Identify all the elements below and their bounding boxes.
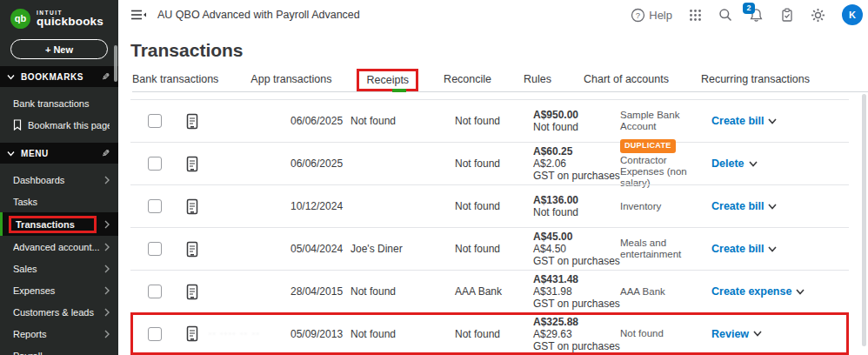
- chevron-right-icon: [104, 243, 110, 251]
- table-row: 28/04/2015 Not found AAA Bank A$431.48 A…: [130, 270, 849, 312]
- vertical-scrollbar[interactable]: [862, 94, 866, 346]
- tab-recurring-transactions[interactable]: Recurring transactions: [701, 73, 810, 85]
- row-vendor: Not found: [351, 328, 455, 340]
- row-action-link[interactable]: Create bill: [711, 243, 764, 255]
- table-row-highlighted: ·· ···· ·· ·· 05/09/2013 Not found Not f…: [130, 312, 849, 355]
- sidebar-item-label: Bank transactions: [13, 98, 110, 109]
- bookmark-icon: [13, 119, 22, 131]
- tab-app-transactions[interactable]: App transactions: [250, 73, 331, 85]
- notifications-bell-icon[interactable]: 2: [749, 8, 764, 23]
- row-checkbox[interactable]: [148, 285, 162, 298]
- chevron-right-icon: [104, 330, 110, 338]
- row-action-link[interactable]: Review: [711, 328, 749, 340]
- edit-bookmarks-icon[interactable]: ✎: [102, 71, 110, 83]
- new-button[interactable]: + New: [10, 39, 108, 59]
- sidebar-item-reports[interactable]: Reports: [0, 323, 118, 345]
- collapse-sidebar-icon[interactable]: [130, 8, 147, 22]
- row-vendor: Not found: [351, 115, 455, 127]
- receipt-icon[interactable]: [186, 284, 198, 300]
- row-checkbox[interactable]: [148, 242, 162, 256]
- help-button[interactable]: ? Help: [631, 8, 672, 23]
- active-tab-indicator: [392, 89, 406, 92]
- row-action-link[interactable]: Create bill: [711, 200, 764, 212]
- tab-rules[interactable]: Rules: [524, 73, 551, 85]
- chevron-down-icon: [768, 118, 777, 124]
- row-amount: A$60.25 A$2.06 GST on purchases: [533, 145, 620, 182]
- row-action[interactable]: Review: [711, 328, 849, 340]
- chevron-down-icon: [749, 161, 758, 167]
- row-category: Sample Bank Account: [620, 110, 711, 132]
- receipt-icon[interactable]: [186, 156, 198, 172]
- row-checkbox[interactable]: [148, 199, 162, 213]
- row-action[interactable]: Create expense: [711, 285, 849, 298]
- tasks-clipboard-icon[interactable]: [780, 8, 794, 23]
- row-checkbox[interactable]: [148, 157, 162, 171]
- chevron-right-icon: [104, 265, 110, 273]
- tab-receipts[interactable]: Receipts: [357, 69, 418, 91]
- row-checkbox[interactable]: [148, 114, 162, 128]
- row-bank: Not found: [455, 243, 533, 255]
- quickbooks-app: qb INTUIT quickbooks + New BOOKMARKS ✎ B…: [0, 0, 868, 355]
- row-amount: A$950.00 Not found: [533, 109, 620, 133]
- tab-reconcile[interactable]: Reconcile: [444, 73, 491, 85]
- sidebar-item-transactions[interactable]: Transactions: [0, 212, 118, 236]
- row-action-link[interactable]: Create expense: [711, 285, 791, 298]
- row-vendor: Not found: [351, 285, 455, 298]
- row-bank: Not found: [455, 328, 533, 340]
- row-category: Inventory: [620, 201, 711, 212]
- company-name[interactable]: AU QBO Advanced with Payroll Advanced: [157, 9, 360, 21]
- row-bank: Not found: [455, 157, 533, 170]
- row-action-link[interactable]: Delete: [711, 157, 744, 170]
- row-date: 05/04/2024: [290, 243, 351, 255]
- tab-chart-of-accounts[interactable]: Chart of accounts: [584, 73, 669, 85]
- transactions-annotation-box: Transactions: [9, 216, 97, 233]
- receipt-icon[interactable]: [186, 325, 198, 342]
- chevron-down-icon: [7, 151, 15, 157]
- sidebar-item-advanced-accounting[interactable]: Advanced account...: [0, 236, 118, 258]
- chevron-right-icon: [104, 308, 110, 317]
- apps-grid-icon[interactable]: [689, 9, 702, 22]
- notification-count-badge: 2: [743, 3, 755, 14]
- bookmarks-section-label: BOOKMARKS: [21, 72, 96, 82]
- duplicate-badge: DUPLICATE: [620, 139, 676, 153]
- row-action-link[interactable]: Create bill: [711, 115, 764, 127]
- chevron-down-icon: [768, 246, 777, 252]
- chevron-right-icon: [104, 220, 110, 229]
- row-action[interactable]: Create bill: [711, 243, 849, 255]
- receipt-icon[interactable]: [186, 113, 198, 130]
- user-avatar[interactable]: K: [842, 4, 863, 25]
- help-label: Help: [649, 9, 672, 22]
- tab-bar: Bank transactions App transactions Recei…: [132, 73, 868, 92]
- row-date: 28/04/2015: [290, 285, 351, 298]
- sidebar-item-bookmark-this-page[interactable]: Bookmark this page: [0, 114, 118, 136]
- search-icon[interactable]: [718, 8, 732, 22]
- sidebar-item-expenses[interactable]: Expenses: [0, 279, 118, 301]
- sidebar-item-tasks[interactable]: Tasks: [0, 191, 118, 212]
- receipt-icon[interactable]: [186, 198, 198, 215]
- sidebar-item-sales[interactable]: Sales: [0, 258, 118, 279]
- settings-gear-icon[interactable]: [811, 8, 825, 23]
- bookmarks-section-header[interactable]: BOOKMARKS ✎: [0, 66, 118, 87]
- sidebar-item-customers-leads[interactable]: Customers & leads: [0, 301, 118, 323]
- row-action[interactable]: Create bill: [711, 200, 849, 212]
- row-action[interactable]: Create bill: [711, 115, 849, 127]
- svg-text:?: ?: [636, 10, 640, 20]
- tab-bank-transactions[interactable]: Bank transactions: [132, 73, 218, 85]
- table-row: 05/04/2024 Joe's Diner Not found A$45.00…: [130, 227, 849, 270]
- sidebar-item-bank-transactions[interactable]: Bank transactions: [0, 92, 118, 114]
- menu-section-header[interactable]: MENU ✎: [0, 143, 118, 164]
- page-title: Transactions: [130, 40, 868, 61]
- sidebar-item-dashboards[interactable]: Dashboards: [0, 169, 118, 191]
- sidebar-item-payroll[interactable]: Payroll: [0, 345, 118, 355]
- chevron-down-icon: [768, 204, 777, 210]
- row-date: 06/06/2025: [290, 115, 351, 127]
- sidebar: qb INTUIT quickbooks + New BOOKMARKS ✎ B…: [0, 0, 118, 355]
- row-action[interactable]: Delete: [711, 157, 849, 170]
- main-content: AU QBO Advanced with Payroll Advanced ? …: [118, 0, 868, 355]
- row-category: AAA Bank: [620, 286, 711, 298]
- row-checkbox[interactable]: [148, 327, 162, 341]
- edit-menu-icon[interactable]: ✎: [102, 148, 110, 159]
- receipt-icon[interactable]: [186, 241, 198, 258]
- receipt-name-blurred: ·· ···· ·· ··: [198, 330, 290, 338]
- sidebar-scrollbar[interactable]: [114, 45, 117, 82]
